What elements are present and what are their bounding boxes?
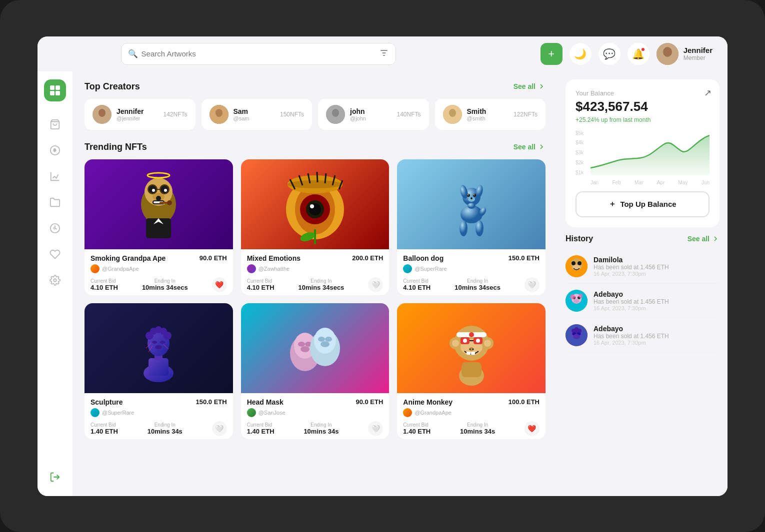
- sidebar-item-favorites[interactable]: [44, 243, 66, 265]
- nft-price-3: 150.0 ETH: [196, 398, 227, 406]
- nft-image-0: [84, 159, 233, 249]
- nft-creator-name-1: @Zawhatthe: [258, 266, 290, 272]
- nft-card-5[interactable]: Anime Monkey 100.0 ETH @GrandpaApe Curre…: [397, 303, 546, 439]
- creator-handle-3: @smith: [467, 115, 508, 121]
- notifications-button[interactable]: 🔔: [628, 43, 650, 65]
- creators-see-all[interactable]: See all: [514, 82, 546, 90]
- svg-point-56: [288, 180, 342, 188]
- messages-button[interactable]: 💬: [598, 43, 620, 65]
- nft-title-2: Balloon dog: [403, 254, 444, 262]
- chart-area: $5k $4k $3k $2k $1k: [576, 130, 710, 185]
- ending-info-1: Ending In 10mins 34secs: [298, 278, 344, 291]
- bid-value-2: 4.10 ETH: [403, 284, 430, 291]
- sidebar-item-finance[interactable]: $: [44, 139, 66, 161]
- screen-inner: 🔍 + 🌙 💬 🔔: [38, 36, 728, 496]
- history-desc-0: Has been sold at 1.456 ETH: [594, 264, 720, 271]
- svg-point-43: [167, 200, 172, 205]
- svg-point-129: [572, 265, 580, 270]
- nft-creator-name-4: @SanJose: [258, 410, 286, 416]
- nft-info-2: Balloon dog 150.0 ETH @SuperRare Current…: [397, 249, 546, 295]
- nft-creator-name-0: @GrandpaApe: [102, 266, 139, 272]
- logout-button[interactable]: [44, 466, 66, 488]
- svg-point-26: [332, 109, 339, 117]
- svg-point-115: [476, 339, 480, 343]
- sidebar-item-analytics[interactable]: [44, 165, 66, 187]
- top-up-label: Top Up Balance: [620, 200, 676, 208]
- creator-card-3[interactable]: Smith @smith 122NFTs: [435, 99, 546, 130]
- history-time-2: 16 Apr, 2023, 7:30pm: [594, 340, 720, 346]
- chart-y-labels: $5k $4k $3k $2k $1k: [576, 130, 584, 175]
- history-item-0[interactable]: Damilola Has been sold at 1.456 ETH 16 A…: [566, 249, 720, 284]
- creator-handle-2: @john: [350, 115, 392, 121]
- svg-point-91: [155, 345, 162, 349]
- user-profile[interactable]: Jennifer Member: [656, 43, 712, 65]
- sidebar-item-collections[interactable]: [44, 191, 66, 213]
- history-see-all[interactable]: See all: [688, 235, 720, 243]
- svg-point-109: [484, 340, 491, 347]
- balance-label: Your Balance: [576, 89, 710, 97]
- nft-image-5: [397, 303, 546, 393]
- top-up-button[interactable]: ＋ Top Up Balance: [576, 191, 710, 217]
- svg-line-61: [325, 173, 326, 183]
- creator-nfts-0: 142NFTs: [163, 111, 187, 118]
- nft-creator-avatar-5: [403, 408, 412, 417]
- screen-outer: 🔍 + 🌙 💬 🔔: [0, 0, 765, 532]
- nft-image-4: [241, 303, 390, 393]
- sidebar-item-marketplace[interactable]: [44, 113, 66, 135]
- svg-point-38: [156, 196, 161, 201]
- nft-title-5: Anime Monkey: [403, 398, 452, 406]
- creators-row: Jennifer @jennifer 142NFTs Sam @sam: [84, 99, 546, 130]
- heart-button-2[interactable]: 🤍: [524, 277, 540, 292]
- history-info-1: Adebayo Has been sold at 1.456 ETH 16 Ap…: [594, 290, 720, 311]
- heart-button-4[interactable]: 🤍: [368, 421, 383, 436]
- creator-nfts-3: 122NFTs: [514, 111, 538, 118]
- history-desc-1: Has been sold at 1.456 ETH: [594, 298, 720, 305]
- nfts-title: Trending NFTs: [84, 142, 147, 152]
- history-info-2: Adebayo Has been sold at 1.456 ETH 16 Ap…: [594, 325, 720, 346]
- creator-info-0: Jennifer @jennifer: [116, 107, 158, 121]
- nft-creator-avatar-0: [90, 264, 100, 273]
- svg-point-75: [473, 194, 476, 197]
- user-name: Jennifer: [684, 46, 712, 54]
- notification-dot: [640, 47, 646, 52]
- heart-button-3[interactable]: 🤍: [212, 421, 227, 436]
- ending-info-0: Ending In 10mins 34secs: [142, 278, 188, 291]
- balance-card: Your Balance $423,567.54 +25.24% up from…: [566, 79, 720, 227]
- nfts-see-all[interactable]: See all: [514, 143, 546, 151]
- creator-card-0[interactable]: Jennifer @jennifer 142NFTs: [84, 99, 196, 130]
- nft-title-3: Sculpture: [90, 398, 123, 406]
- history-item-1[interactable]: Adebayo Has been sold at 1.456 ETH 16 Ap…: [566, 284, 720, 318]
- nft-card-3[interactable]: Sculpture 150.0 ETH @SuperRare Current B…: [84, 303, 233, 439]
- sidebar-logo[interactable]: [44, 79, 66, 101]
- ending-info-3: Ending In 10mins 34s: [148, 422, 182, 435]
- add-button[interactable]: +: [540, 43, 562, 65]
- heart-button-0[interactable]: ❤️: [212, 277, 227, 292]
- expand-button[interactable]: ↗: [704, 87, 712, 98]
- history-title: History: [566, 234, 593, 243]
- svg-point-108: [452, 340, 459, 347]
- search-input[interactable]: [121, 43, 396, 65]
- nft-bid-info-1: Current Bid 4.10 ETH: [247, 278, 274, 291]
- dark-mode-button[interactable]: 🌙: [570, 43, 592, 65]
- main-layout: $ €: [38, 71, 728, 496]
- filter-icon[interactable]: [379, 48, 389, 60]
- creator-nfts-1: 150NFTs: [280, 111, 304, 118]
- sidebar-item-settings[interactable]: [44, 269, 66, 291]
- svg-point-135: [570, 294, 575, 299]
- nft-image-1: [241, 159, 390, 249]
- creator-card-1[interactable]: Sam @sam 150NFTs: [202, 99, 312, 130]
- svg-point-20: [98, 109, 106, 117]
- heart-button-5[interactable]: ❤️: [524, 421, 540, 436]
- svg-point-89: [152, 341, 157, 344]
- svg-point-97: [298, 342, 305, 347]
- nft-card-1[interactable]: Mixed Emotions 200.0 ETH @Zawhatthe Curr…: [241, 159, 390, 295]
- history-item-2[interactable]: Adebayo Has been sold at 1.456 ETH 16 Ap…: [566, 318, 720, 353]
- nft-card-2[interactable]: Balloon dog 150.0 ETH @SuperRare Current…: [397, 159, 546, 295]
- topbar-right: + 🌙 💬 🔔 Jennifer: [540, 43, 712, 65]
- creator-card-2[interactable]: john @john 140NFTs: [318, 99, 429, 130]
- nft-card-0[interactable]: Smoking Grandpa Ape 90.0 ETH @GrandpaApe…: [84, 159, 233, 295]
- nft-card-4[interactable]: Head Mask 90.0 ETH @SanJose Current Bid: [241, 303, 390, 439]
- heart-button-1[interactable]: 🤍: [368, 277, 383, 292]
- sidebar-item-transactions[interactable]: €: [44, 217, 66, 239]
- creator-avatar-3: [443, 105, 462, 124]
